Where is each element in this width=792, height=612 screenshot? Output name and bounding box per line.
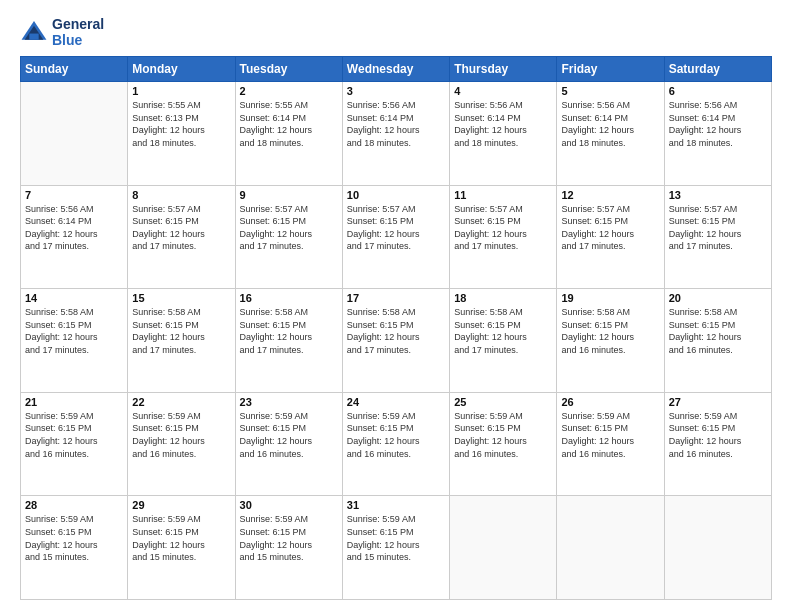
week-row-3: 14Sunrise: 5:58 AM Sunset: 6:15 PM Dayli…: [21, 289, 772, 393]
calendar-table: SundayMondayTuesdayWednesdayThursdayFrid…: [20, 56, 772, 600]
calendar-cell: [21, 82, 128, 186]
day-number: 14: [25, 292, 123, 304]
day-info: Sunrise: 5:59 AM Sunset: 6:15 PM Dayligh…: [347, 410, 445, 460]
calendar-cell: 29Sunrise: 5:59 AM Sunset: 6:15 PM Dayli…: [128, 496, 235, 600]
day-info: Sunrise: 5:58 AM Sunset: 6:15 PM Dayligh…: [669, 306, 767, 356]
day-number: 31: [347, 499, 445, 511]
calendar-cell: 8Sunrise: 5:57 AM Sunset: 6:15 PM Daylig…: [128, 185, 235, 289]
day-info: Sunrise: 5:59 AM Sunset: 6:15 PM Dayligh…: [561, 410, 659, 460]
day-info: Sunrise: 5:55 AM Sunset: 6:14 PM Dayligh…: [240, 99, 338, 149]
day-number: 28: [25, 499, 123, 511]
day-number: 8: [132, 189, 230, 201]
weekday-sunday: Sunday: [21, 57, 128, 82]
calendar-cell: 25Sunrise: 5:59 AM Sunset: 6:15 PM Dayli…: [450, 392, 557, 496]
header: General Blue: [20, 16, 772, 48]
day-number: 20: [669, 292, 767, 304]
day-number: 27: [669, 396, 767, 408]
day-number: 23: [240, 396, 338, 408]
weekday-monday: Monday: [128, 57, 235, 82]
day-number: 10: [347, 189, 445, 201]
weekday-header: SundayMondayTuesdayWednesdayThursdayFrid…: [21, 57, 772, 82]
day-info: Sunrise: 5:59 AM Sunset: 6:15 PM Dayligh…: [669, 410, 767, 460]
day-number: 22: [132, 396, 230, 408]
day-info: Sunrise: 5:59 AM Sunset: 6:15 PM Dayligh…: [132, 410, 230, 460]
day-info: Sunrise: 5:59 AM Sunset: 6:15 PM Dayligh…: [132, 513, 230, 563]
logo-icon: [20, 18, 48, 46]
day-info: Sunrise: 5:59 AM Sunset: 6:15 PM Dayligh…: [25, 513, 123, 563]
day-number: 26: [561, 396, 659, 408]
calendar-cell: 28Sunrise: 5:59 AM Sunset: 6:15 PM Dayli…: [21, 496, 128, 600]
calendar-cell: 24Sunrise: 5:59 AM Sunset: 6:15 PM Dayli…: [342, 392, 449, 496]
day-number: 29: [132, 499, 230, 511]
calendar-cell: 27Sunrise: 5:59 AM Sunset: 6:15 PM Dayli…: [664, 392, 771, 496]
day-number: 3: [347, 85, 445, 97]
calendar-cell: 9Sunrise: 5:57 AM Sunset: 6:15 PM Daylig…: [235, 185, 342, 289]
day-number: 11: [454, 189, 552, 201]
calendar-cell: 11Sunrise: 5:57 AM Sunset: 6:15 PM Dayli…: [450, 185, 557, 289]
day-info: Sunrise: 5:59 AM Sunset: 6:15 PM Dayligh…: [454, 410, 552, 460]
day-info: Sunrise: 5:57 AM Sunset: 6:15 PM Dayligh…: [561, 203, 659, 253]
day-info: Sunrise: 5:58 AM Sunset: 6:15 PM Dayligh…: [132, 306, 230, 356]
calendar-cell: 10Sunrise: 5:57 AM Sunset: 6:15 PM Dayli…: [342, 185, 449, 289]
day-info: Sunrise: 5:59 AM Sunset: 6:15 PM Dayligh…: [347, 513, 445, 563]
calendar-cell: 12Sunrise: 5:57 AM Sunset: 6:15 PM Dayli…: [557, 185, 664, 289]
day-number: 9: [240, 189, 338, 201]
day-info: Sunrise: 5:56 AM Sunset: 6:14 PM Dayligh…: [454, 99, 552, 149]
calendar-cell: 22Sunrise: 5:59 AM Sunset: 6:15 PM Dayli…: [128, 392, 235, 496]
calendar-cell: 5Sunrise: 5:56 AM Sunset: 6:14 PM Daylig…: [557, 82, 664, 186]
day-info: Sunrise: 5:59 AM Sunset: 6:15 PM Dayligh…: [240, 410, 338, 460]
calendar-cell: [664, 496, 771, 600]
calendar-cell: 20Sunrise: 5:58 AM Sunset: 6:15 PM Dayli…: [664, 289, 771, 393]
calendar-cell: 16Sunrise: 5:58 AM Sunset: 6:15 PM Dayli…: [235, 289, 342, 393]
day-number: 25: [454, 396, 552, 408]
day-info: Sunrise: 5:59 AM Sunset: 6:15 PM Dayligh…: [240, 513, 338, 563]
day-info: Sunrise: 5:57 AM Sunset: 6:15 PM Dayligh…: [132, 203, 230, 253]
day-info: Sunrise: 5:58 AM Sunset: 6:15 PM Dayligh…: [347, 306, 445, 356]
calendar-cell: 4Sunrise: 5:56 AM Sunset: 6:14 PM Daylig…: [450, 82, 557, 186]
day-info: Sunrise: 5:58 AM Sunset: 6:15 PM Dayligh…: [25, 306, 123, 356]
day-info: Sunrise: 5:55 AM Sunset: 6:13 PM Dayligh…: [132, 99, 230, 149]
day-number: 18: [454, 292, 552, 304]
day-info: Sunrise: 5:57 AM Sunset: 6:15 PM Dayligh…: [240, 203, 338, 253]
weekday-tuesday: Tuesday: [235, 57, 342, 82]
calendar-cell: 14Sunrise: 5:58 AM Sunset: 6:15 PM Dayli…: [21, 289, 128, 393]
calendar-cell: 6Sunrise: 5:56 AM Sunset: 6:14 PM Daylig…: [664, 82, 771, 186]
day-info: Sunrise: 5:56 AM Sunset: 6:14 PM Dayligh…: [347, 99, 445, 149]
calendar-cell: 7Sunrise: 5:56 AM Sunset: 6:14 PM Daylig…: [21, 185, 128, 289]
day-number: 13: [669, 189, 767, 201]
logo: General Blue: [20, 16, 104, 48]
day-info: Sunrise: 5:57 AM Sunset: 6:15 PM Dayligh…: [347, 203, 445, 253]
calendar-cell: [557, 496, 664, 600]
calendar-cell: 26Sunrise: 5:59 AM Sunset: 6:15 PM Dayli…: [557, 392, 664, 496]
day-info: Sunrise: 5:57 AM Sunset: 6:15 PM Dayligh…: [454, 203, 552, 253]
calendar-cell: 30Sunrise: 5:59 AM Sunset: 6:15 PM Dayli…: [235, 496, 342, 600]
day-number: 4: [454, 85, 552, 97]
calendar-cell: 13Sunrise: 5:57 AM Sunset: 6:15 PM Dayli…: [664, 185, 771, 289]
calendar-cell: 15Sunrise: 5:58 AM Sunset: 6:15 PM Dayli…: [128, 289, 235, 393]
day-info: Sunrise: 5:59 AM Sunset: 6:15 PM Dayligh…: [25, 410, 123, 460]
day-number: 17: [347, 292, 445, 304]
day-number: 19: [561, 292, 659, 304]
day-number: 12: [561, 189, 659, 201]
day-number: 5: [561, 85, 659, 97]
day-info: Sunrise: 5:58 AM Sunset: 6:15 PM Dayligh…: [454, 306, 552, 356]
logo-text: General Blue: [52, 16, 104, 48]
page: General Blue SundayMondayTuesdayWednesda…: [0, 0, 792, 612]
day-number: 6: [669, 85, 767, 97]
day-number: 15: [132, 292, 230, 304]
svg-rect-2: [29, 34, 38, 40]
calendar-cell: 17Sunrise: 5:58 AM Sunset: 6:15 PM Dayli…: [342, 289, 449, 393]
calendar-cell: 21Sunrise: 5:59 AM Sunset: 6:15 PM Dayli…: [21, 392, 128, 496]
weekday-saturday: Saturday: [664, 57, 771, 82]
day-number: 2: [240, 85, 338, 97]
day-info: Sunrise: 5:58 AM Sunset: 6:15 PM Dayligh…: [240, 306, 338, 356]
calendar-cell: [450, 496, 557, 600]
week-row-5: 28Sunrise: 5:59 AM Sunset: 6:15 PM Dayli…: [21, 496, 772, 600]
day-number: 21: [25, 396, 123, 408]
day-info: Sunrise: 5:56 AM Sunset: 6:14 PM Dayligh…: [669, 99, 767, 149]
weekday-friday: Friday: [557, 57, 664, 82]
calendar-cell: 19Sunrise: 5:58 AM Sunset: 6:15 PM Dayli…: [557, 289, 664, 393]
day-number: 24: [347, 396, 445, 408]
calendar-body: 1Sunrise: 5:55 AM Sunset: 6:13 PM Daylig…: [21, 82, 772, 600]
calendar-cell: 23Sunrise: 5:59 AM Sunset: 6:15 PM Dayli…: [235, 392, 342, 496]
